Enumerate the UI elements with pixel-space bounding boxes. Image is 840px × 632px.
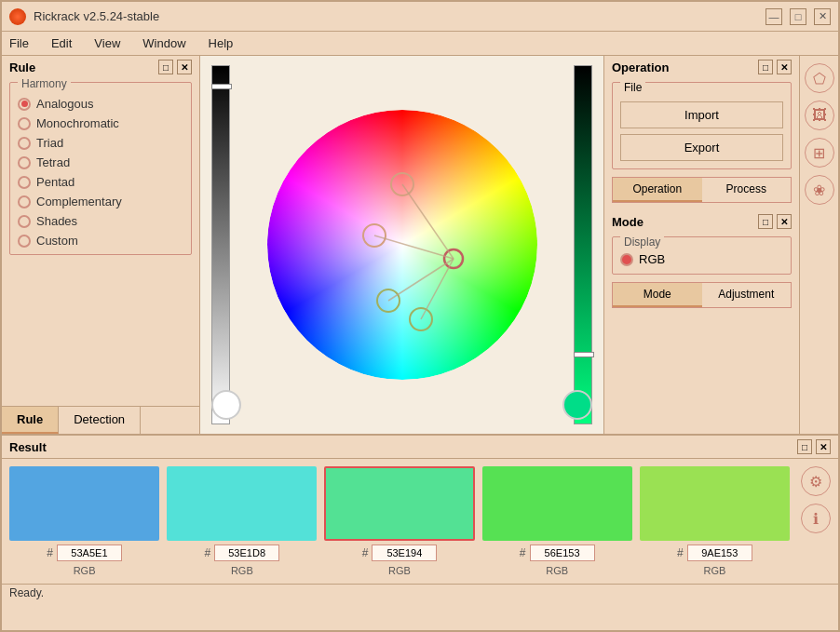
display-item-rgb[interactable]: RGB bbox=[620, 252, 783, 266]
file-group: File Import Export bbox=[612, 82, 792, 169]
hex-row-1: # bbox=[9, 545, 159, 561]
maximize-button[interactable]: □ bbox=[790, 8, 806, 25]
harmony-custom-label: Custom bbox=[36, 234, 78, 248]
result-close-button[interactable]: ✕ bbox=[816, 439, 831, 454]
hex-input-1[interactable] bbox=[57, 545, 122, 561]
radio-triad bbox=[18, 137, 31, 150]
harmony-monochromatic[interactable]: Monochromatic bbox=[18, 114, 183, 133]
result-restore-button[interactable]: □ bbox=[797, 439, 812, 454]
swatches-row: # RGB # RGB # bbox=[2, 459, 838, 584]
rule-close-button[interactable]: ✕ bbox=[177, 60, 192, 74]
pentagon-icon-button[interactable]: ⬠ bbox=[805, 63, 834, 93]
color-swatch-4[interactable] bbox=[482, 466, 632, 541]
harmony-complementary-label: Complementary bbox=[36, 195, 122, 208]
rule-restore-button[interactable]: □ bbox=[158, 60, 173, 74]
operation-restore-button[interactable]: □ bbox=[758, 60, 773, 74]
color-swatch-3[interactable] bbox=[324, 466, 474, 541]
tab-process[interactable]: Process bbox=[702, 178, 792, 202]
color-wheel[interactable] bbox=[267, 110, 537, 380]
image-icon-button[interactable]: 🖼 bbox=[805, 101, 834, 130]
radio-analogous bbox=[18, 98, 31, 111]
result-panel-controls: □ ✕ bbox=[797, 439, 831, 454]
operation-tab-bar: Operation Process bbox=[612, 177, 792, 203]
mode-panel-controls: □ ✕ bbox=[758, 214, 792, 229]
rgb-label: RGB bbox=[639, 252, 665, 266]
wheel-container bbox=[210, 65, 594, 424]
import-button[interactable]: Import bbox=[620, 101, 783, 128]
harmony-shades-label: Shades bbox=[36, 214, 77, 228]
menu-file[interactable]: File bbox=[6, 34, 33, 52]
menu-view[interactable]: View bbox=[90, 34, 124, 52]
display-group: Display RGB bbox=[612, 236, 792, 275]
radio-rgb bbox=[620, 253, 633, 266]
harmony-pentad[interactable]: Pentad bbox=[18, 172, 183, 192]
harmony-custom[interactable]: Custom bbox=[18, 231, 183, 250]
harmony-analogous-label: Analogous bbox=[36, 97, 93, 111]
swatch-item-4: # RGB bbox=[482, 466, 632, 576]
rule-title: Rule bbox=[9, 61, 35, 74]
hash-3: # bbox=[362, 546, 369, 559]
mode-label-1: RGB bbox=[9, 565, 159, 576]
menu-help[interactable]: Help bbox=[205, 34, 237, 52]
close-button[interactable]: ✕ bbox=[814, 8, 831, 25]
rule-tab-bar: Rule Detection bbox=[2, 406, 199, 434]
color-swatch-1[interactable] bbox=[9, 466, 159, 541]
rule-panel: Rule □ ✕ Harmony Analogous Monochromatic bbox=[2, 56, 200, 434]
hex-input-5[interactable] bbox=[687, 545, 752, 561]
saturation-slider[interactable] bbox=[572, 65, 594, 424]
harmony-shades[interactable]: Shades bbox=[18, 211, 183, 231]
gear-icon-button[interactable]: ⚙ bbox=[801, 466, 831, 496]
hex-input-3[interactable] bbox=[372, 545, 437, 561]
app-icon bbox=[9, 8, 26, 25]
hash-4: # bbox=[520, 546, 526, 559]
harmony-legend: Harmony bbox=[18, 77, 71, 90]
harmony-triad[interactable]: Triad bbox=[18, 133, 183, 153]
operation-close-button[interactable]: ✕ bbox=[777, 60, 792, 74]
mode-close-button[interactable]: ✕ bbox=[777, 214, 792, 229]
tab-operation[interactable]: Operation bbox=[613, 178, 702, 202]
mode-label-2: RGB bbox=[167, 565, 317, 576]
radio-pentad bbox=[18, 176, 31, 189]
mode-header: Mode □ ✕ bbox=[604, 210, 799, 233]
hex-input-4[interactable] bbox=[530, 545, 595, 561]
content-area: Rule □ ✕ Harmony Analogous Monochromatic bbox=[2, 56, 838, 632]
flower-icon-button[interactable]: ❀ bbox=[805, 175, 834, 205]
tab-mode[interactable]: Mode bbox=[613, 283, 702, 307]
swatch-item-3: # RGB bbox=[324, 466, 474, 576]
color-swatch-2[interactable] bbox=[167, 466, 317, 541]
hex-row-3: # bbox=[324, 545, 474, 561]
tab-detection[interactable]: Detection bbox=[59, 407, 141, 434]
hex-row-2: # bbox=[167, 545, 317, 561]
app-window: Rickrack v2.5.24-stable — □ ✕ File Edit … bbox=[2, 2, 838, 632]
mode-tab-bar: Mode Adjustment bbox=[612, 282, 792, 308]
harmony-tetrad[interactable]: Tetrad bbox=[18, 153, 183, 172]
hex-row-5: # bbox=[640, 545, 790, 561]
icon-sidebar: ⬠ 🖼 ⊞ ❀ bbox=[799, 56, 838, 434]
titlebar-controls: — □ ✕ bbox=[765, 8, 831, 25]
color-swatch-5[interactable] bbox=[640, 466, 790, 541]
harmony-pentad-label: Pentad bbox=[36, 175, 75, 189]
file-legend: File bbox=[620, 81, 645, 94]
hex-input-2[interactable] bbox=[214, 545, 279, 561]
titlebar: Rickrack v2.5.24-stable — □ ✕ bbox=[2, 2, 838, 32]
grid-icon-button[interactable]: ⊞ bbox=[805, 138, 834, 168]
tab-adjustment[interactable]: Adjustment bbox=[702, 283, 792, 307]
harmony-tetrad-label: Tetrad bbox=[36, 155, 70, 169]
radio-monochromatic bbox=[18, 117, 31, 130]
mode-label-4: RGB bbox=[482, 565, 632, 576]
tab-rule[interactable]: Rule bbox=[2, 407, 59, 434]
harmony-complementary[interactable]: Complementary bbox=[18, 192, 183, 211]
result-header: Result □ ✕ bbox=[2, 436, 838, 459]
saturation-thumb[interactable] bbox=[574, 352, 594, 357]
color-swatch-right[interactable] bbox=[562, 390, 592, 420]
radio-tetrad bbox=[18, 156, 31, 169]
menu-window[interactable]: Window bbox=[139, 34, 189, 52]
mode-restore-button[interactable]: □ bbox=[758, 214, 773, 229]
harmony-triad-label: Triad bbox=[36, 136, 63, 150]
menu-edit[interactable]: Edit bbox=[47, 34, 75, 52]
minimize-button[interactable]: — bbox=[765, 8, 782, 25]
export-button[interactable]: Export bbox=[620, 134, 783, 161]
harmony-analogous[interactable]: Analogous bbox=[18, 94, 183, 114]
color-wheel-panel bbox=[200, 56, 603, 434]
info-icon-button[interactable]: ℹ bbox=[801, 504, 831, 533]
